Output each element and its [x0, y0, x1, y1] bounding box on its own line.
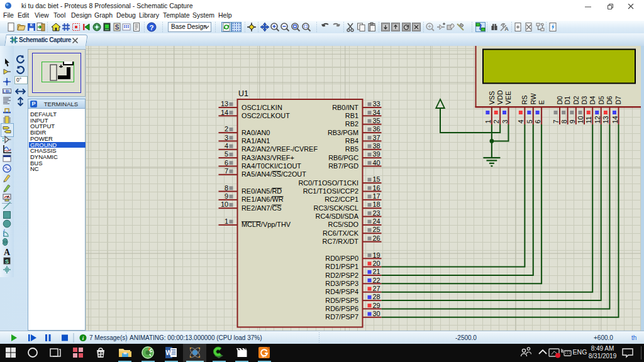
svg-text:26: 26 [373, 234, 380, 242]
svg-text:1: 1 [225, 217, 228, 225]
svg-text:RC2/CCP1: RC2/CCP1 [325, 195, 358, 203]
svg-text:RB3/PGM: RB3/PGM [328, 129, 358, 136]
svg-text:RD0/PSP0: RD0/PSP0 [325, 255, 358, 262]
svg-text:19: 19 [373, 251, 380, 259]
svg-text:9: 9 [569, 119, 576, 123]
svg-text:27: 27 [373, 285, 380, 292]
svg-text:5: 5 [526, 119, 533, 123]
svg-text:RS: RS [521, 95, 528, 104]
svg-text:RC6/TX/CK: RC6/TX/CK [323, 229, 359, 237]
svg-text:OSC1/CLKIN: OSC1/CLKIN [242, 104, 282, 111]
svg-text:11: 11 [585, 116, 592, 123]
svg-text:RC7/RX/DT: RC7/RX/DT [323, 238, 359, 245]
svg-text:2: 2 [225, 125, 228, 133]
svg-text:RC5/SDO: RC5/SDO [328, 221, 358, 228]
svg-text:9: 9 [225, 192, 228, 200]
svg-text:D2: D2 [572, 96, 580, 105]
svg-text:RA4/T0CKI/C1OUT: RA4/T0CKI/C1OUT [242, 162, 301, 170]
svg-text:33: 33 [373, 100, 380, 107]
svg-text:RA3/AN3/VREF+: RA3/AN3/VREF+ [242, 154, 294, 162]
svg-text:RW: RW [530, 93, 537, 105]
svg-text:37: 37 [373, 134, 380, 141]
svg-text:4: 4 [517, 119, 525, 123]
svg-text:23: 23 [373, 209, 380, 217]
svg-text:14: 14 [611, 116, 619, 123]
svg-text:RD5/PSP5: RD5/PSP5 [325, 297, 358, 304]
svg-text:18: 18 [373, 200, 380, 208]
svg-text:D4: D4 [589, 96, 596, 105]
svg-text:RD3/PSP3: RD3/PSP3 [325, 280, 358, 287]
svg-text:RB6/PGC: RB6/PGC [328, 154, 358, 162]
svg-text:D5: D5 [597, 96, 605, 105]
svg-text:10: 10 [577, 116, 584, 123]
svg-text:24: 24 [373, 217, 380, 225]
svg-text:40: 40 [373, 159, 380, 167]
svg-text:RB4: RB4 [345, 137, 358, 145]
svg-text:17: 17 [373, 192, 380, 200]
svg-text:15: 15 [373, 175, 380, 183]
svg-text:RC1/T1OSI/CCP2: RC1/T1OSI/CCP2 [303, 187, 358, 195]
svg-text:38: 38 [373, 142, 380, 150]
svg-text:14: 14 [221, 109, 228, 116]
svg-text:RC4/SDI/SDA: RC4/SDI/SDA [316, 212, 359, 220]
svg-text:28: 28 [373, 293, 380, 300]
svg-text:RB7/PGD: RB7/PGD [328, 162, 358, 170]
svg-text:RA2/AN2/VREF-/CVREF: RA2/AN2/VREF-/CVREF [242, 145, 318, 153]
svg-text:12: 12 [594, 116, 601, 123]
svg-text:8: 8 [225, 184, 228, 192]
svg-text:D7: D7 [614, 96, 622, 105]
svg-text:RB2: RB2 [345, 120, 358, 128]
svg-text:4: 4 [225, 142, 228, 150]
svg-text:U1: U1 [238, 89, 248, 98]
svg-text:3: 3 [225, 134, 228, 141]
svg-text:A: A [504, 26, 509, 32]
svg-text:29: 29 [373, 302, 380, 309]
svg-text:39: 39 [373, 150, 380, 158]
svg-text:7: 7 [225, 167, 228, 175]
svg-text:RD1/PSP1: RD1/PSP1 [325, 263, 358, 270]
svg-text:D1: D1 [564, 96, 571, 105]
svg-text:13: 13 [221, 100, 228, 107]
svg-text:VDD: VDD [496, 90, 504, 104]
svg-text:D6: D6 [606, 96, 613, 105]
svg-text:E: E [538, 100, 545, 104]
svg-text:22: 22 [373, 277, 380, 284]
svg-text:10: 10 [221, 200, 228, 208]
svg-text:RC3/SCK/SCL: RC3/SCK/SCL [314, 204, 358, 212]
svg-text:16: 16 [373, 184, 380, 192]
svg-text:MP4: MP4 [262, 356, 266, 358]
svg-text:RB5: RB5 [345, 145, 358, 153]
svg-text:?: ? [149, 24, 153, 31]
svg-text:1: 1 [484, 119, 492, 123]
svg-text:S: S [115, 24, 119, 31]
svg-text:36: 36 [373, 125, 380, 133]
svg-text:35: 35 [373, 117, 380, 124]
svg-text:7: 7 [552, 119, 560, 123]
svg-text:21: 21 [373, 268, 380, 275]
svg-text:VSS: VSS [488, 91, 496, 105]
svg-text:D3: D3 [580, 96, 588, 105]
svg-text:6: 6 [225, 159, 228, 167]
svg-text:34: 34 [373, 109, 380, 116]
svg-text:30: 30 [373, 310, 380, 317]
svg-text:RC0/T1OSO/T1CKI: RC0/T1OSO/T1CKI [298, 179, 358, 187]
svg-text:RD4/PSP4: RD4/PSP4 [325, 288, 358, 295]
svg-text:RA1/AN1: RA1/AN1 [242, 137, 270, 145]
svg-text:2: 2 [492, 119, 500, 123]
svg-text:RD7/PSP7: RD7/PSP7 [325, 313, 358, 321]
svg-text:D0: D0 [556, 96, 564, 105]
svg-text:VEE: VEE [504, 91, 512, 105]
svg-text:3: 3 [501, 119, 509, 123]
svg-text:6: 6 [534, 119, 541, 123]
svg-text:RB0/INT: RB0/INT [332, 104, 358, 111]
svg-text:W: W [165, 349, 172, 356]
svg-text:5: 5 [225, 150, 228, 158]
svg-text:OSC2/CLKOUT: OSC2/CLKOUT [242, 112, 290, 119]
svg-text:20: 20 [373, 260, 380, 267]
svg-text:RD6/PSP6: RD6/PSP6 [325, 305, 358, 312]
svg-text:RA0/AN0: RA0/AN0 [242, 129, 270, 136]
svg-text:RD2/PSP2: RD2/PSP2 [325, 272, 358, 279]
svg-text:RB1: RB1 [345, 112, 358, 119]
svg-text:13: 13 [602, 116, 609, 123]
svg-text:25: 25 [373, 226, 380, 233]
